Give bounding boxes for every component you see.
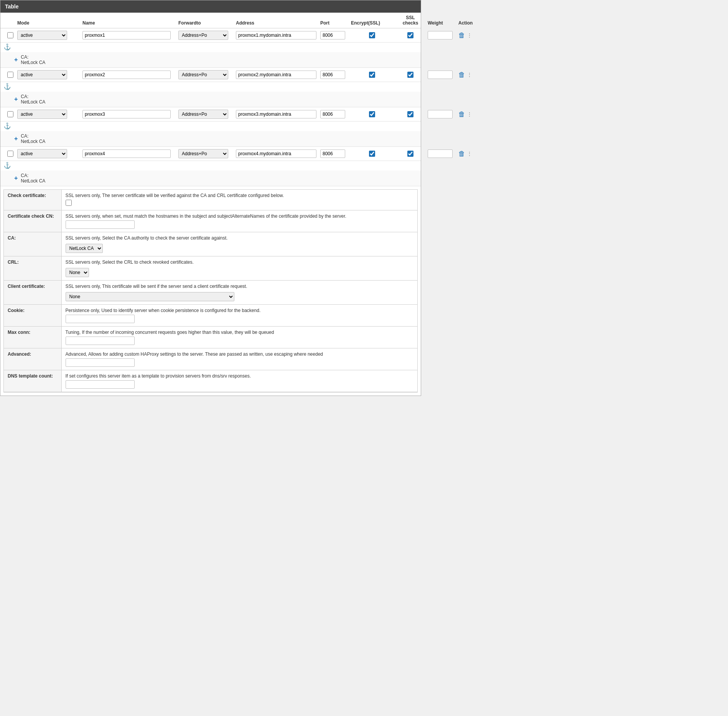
address-input[interactable] bbox=[236, 149, 316, 158]
mode-select[interactable]: active backup disabled bbox=[17, 149, 67, 158]
max-conn-input[interactable] bbox=[66, 337, 135, 345]
details-section: Check certificate: SSL servers only, The… bbox=[3, 189, 418, 392]
forwardto-select[interactable]: Address+Po Address only Port only bbox=[178, 70, 228, 79]
delete-button[interactable]: 🗑 bbox=[458, 71, 465, 79]
forwardto-cell: Address+Po Address only Port only bbox=[178, 70, 236, 79]
address-input[interactable] bbox=[236, 110, 316, 118]
address-input[interactable] bbox=[236, 31, 316, 39]
mode-select[interactable]: active backup disabled bbox=[17, 70, 67, 79]
ca-info-text: CA:NetLock CA bbox=[21, 94, 45, 105]
forwardto-select[interactable]: Address+Po Address only Port only bbox=[178, 31, 228, 40]
col-address: Address bbox=[236, 20, 320, 26]
weight-cell bbox=[428, 110, 458, 118]
add-ca-button[interactable]: + bbox=[14, 135, 18, 142]
cert-cn-desc: SSL servers only, when set, must match t… bbox=[66, 213, 414, 219]
ssl-checks-cell bbox=[393, 111, 428, 117]
forwardto-cell: Address+Po Address only Port only bbox=[178, 149, 236, 158]
address-input[interactable] bbox=[236, 71, 316, 79]
anchor-icon[interactable]: ⚓ bbox=[3, 43, 11, 51]
client-cert-desc: SSL servers only, This certificate will … bbox=[66, 284, 414, 289]
weight-input[interactable] bbox=[428, 71, 453, 79]
col-encrypt: Encrypt(SSL) bbox=[351, 20, 393, 26]
row-checkbox[interactable] bbox=[7, 32, 13, 38]
ssl-checks-checkbox[interactable] bbox=[407, 72, 413, 78]
drag-handle[interactable]: ⋮ bbox=[467, 72, 472, 78]
ca-select[interactable]: NetLock CA bbox=[66, 244, 103, 253]
add-ca-button[interactable]: + bbox=[14, 96, 18, 103]
main-window: Table Mode Name Forwardto Address Port E… bbox=[0, 0, 421, 396]
cert-cn-row: Certificate check CN: SSL servers only, … bbox=[4, 210, 417, 232]
col-port: Port bbox=[320, 20, 351, 26]
col-action: Action bbox=[458, 20, 481, 26]
ssl-checks-checkbox[interactable] bbox=[407, 32, 413, 38]
ssl-checks-cell bbox=[393, 32, 428, 38]
ca-info-row: + CA:NetLock CA bbox=[0, 52, 421, 68]
add-ca-button[interactable]: + bbox=[14, 175, 18, 182]
action-cell: 🗑 ⋮ bbox=[458, 150, 481, 158]
ssl-checks-checkbox[interactable] bbox=[407, 151, 413, 157]
encrypt-checkbox[interactable] bbox=[369, 32, 375, 38]
dns-template-input[interactable] bbox=[66, 380, 135, 389]
max-conn-label: Max conn: bbox=[4, 327, 61, 348]
name-input[interactable] bbox=[82, 31, 171, 39]
advanced-row: Advanced: Advanced, Allows for adding cu… bbox=[4, 348, 417, 370]
delete-button[interactable]: 🗑 bbox=[458, 150, 465, 158]
delete-button[interactable]: 🗑 bbox=[458, 31, 465, 39]
port-input[interactable] bbox=[320, 31, 345, 39]
encrypt-cell bbox=[351, 111, 393, 117]
weight-input[interactable] bbox=[428, 31, 453, 39]
encrypt-cell bbox=[351, 32, 393, 38]
row-checkbox[interactable] bbox=[7, 72, 13, 78]
mode-select[interactable]: active backup disabled bbox=[17, 31, 67, 40]
details-table: Check certificate: SSL servers only, The… bbox=[4, 190, 417, 392]
weight-input[interactable] bbox=[428, 149, 453, 158]
client-cert-select[interactable]: None bbox=[66, 292, 234, 301]
port-input[interactable] bbox=[320, 110, 345, 118]
action-cell: 🗑 ⋮ bbox=[458, 110, 481, 118]
weight-cell bbox=[428, 31, 458, 39]
ssl-checks-checkbox[interactable] bbox=[407, 111, 413, 117]
anchor-icon[interactable]: ⚓ bbox=[3, 162, 11, 169]
drag-handle[interactable]: ⋮ bbox=[467, 151, 472, 157]
address-cell bbox=[236, 110, 320, 118]
client-cert-label: Client certificate: bbox=[4, 281, 61, 305]
name-input[interactable] bbox=[82, 110, 171, 118]
port-cell bbox=[320, 71, 351, 79]
anchor-icon[interactable]: ⚓ bbox=[3, 122, 11, 130]
check-cert-label: Check certificate: bbox=[4, 190, 61, 210]
encrypt-checkbox[interactable] bbox=[369, 151, 375, 157]
port-input[interactable] bbox=[320, 149, 345, 158]
ca-desc: SSL servers only, Select the CA authorit… bbox=[66, 235, 414, 241]
check-cert-desc: SSL servers only, The server certificate… bbox=[66, 193, 414, 198]
advanced-input[interactable] bbox=[66, 358, 135, 367]
name-input[interactable] bbox=[82, 71, 171, 79]
drag-handle[interactable]: ⋮ bbox=[467, 32, 472, 38]
dns-template-desc: If set configures this server item as a … bbox=[66, 373, 414, 379]
crl-select[interactable]: None bbox=[66, 268, 89, 277]
max-conn-desc: Tuning, If the number of incoming concur… bbox=[66, 330, 414, 335]
crl-label: CRL: bbox=[4, 256, 61, 281]
port-input[interactable] bbox=[320, 71, 345, 79]
weight-cell bbox=[428, 149, 458, 158]
check-cert-checkbox[interactable] bbox=[66, 200, 72, 206]
add-ca-button[interactable]: + bbox=[14, 56, 18, 63]
cookie-input[interactable] bbox=[66, 315, 135, 323]
client-cert-row: Client certificate: SSL servers only, Th… bbox=[4, 281, 417, 305]
ca-value: SSL servers only, Select the CA authorit… bbox=[61, 232, 417, 256]
forwardto-select[interactable]: Address+Po Address only Port only bbox=[178, 110, 228, 119]
name-input[interactable] bbox=[82, 149, 171, 158]
anchor-row: ⚓ bbox=[0, 82, 421, 92]
window-title: Table bbox=[5, 3, 19, 10]
forwardto-select[interactable]: Address+Po Address only Port only bbox=[178, 149, 228, 158]
encrypt-checkbox[interactable] bbox=[369, 111, 375, 117]
anchor-icon[interactable]: ⚓ bbox=[3, 83, 11, 90]
cert-cn-input[interactable] bbox=[66, 220, 135, 229]
drag-handle[interactable]: ⋮ bbox=[467, 111, 472, 117]
port-cell bbox=[320, 149, 351, 158]
row-checkbox[interactable] bbox=[7, 151, 13, 157]
encrypt-checkbox[interactable] bbox=[369, 72, 375, 78]
weight-input[interactable] bbox=[428, 110, 453, 118]
mode-select[interactable]: active backup disabled bbox=[17, 110, 67, 119]
delete-button[interactable]: 🗑 bbox=[458, 110, 465, 118]
row-checkbox[interactable] bbox=[7, 111, 13, 117]
